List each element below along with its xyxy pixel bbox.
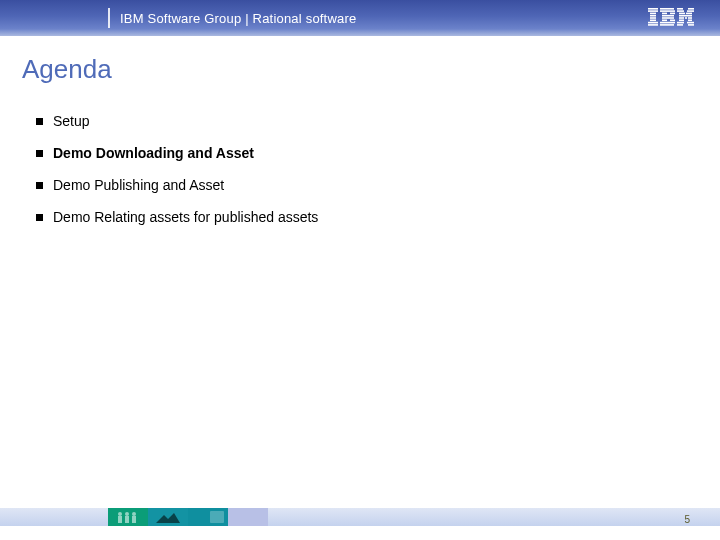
svg-rect-21 bbox=[687, 10, 694, 12]
svg-rect-30 bbox=[677, 22, 684, 24]
svg-rect-4 bbox=[650, 17, 656, 19]
svg-rect-29 bbox=[688, 20, 692, 22]
strip-tile bbox=[228, 508, 268, 526]
svg-rect-32 bbox=[677, 24, 683, 26]
slide: IBM Software Group | Rational software bbox=[0, 0, 720, 540]
svg-rect-33 bbox=[688, 24, 694, 26]
list-item-label: Demo Publishing and Asset bbox=[53, 177, 224, 193]
svg-rect-20 bbox=[677, 10, 684, 12]
hikers-icon bbox=[154, 510, 182, 524]
footer: 5 bbox=[0, 506, 720, 540]
svg-rect-31 bbox=[687, 22, 694, 24]
svg-rect-9 bbox=[660, 10, 675, 12]
slide-title: Agenda bbox=[22, 54, 694, 85]
svg-rect-6 bbox=[648, 22, 658, 24]
svg-rect-8 bbox=[660, 8, 674, 10]
header-title: IBM Software Group | Rational software bbox=[120, 11, 356, 26]
bullet-icon bbox=[36, 118, 43, 125]
people-icon bbox=[114, 510, 142, 524]
bullet-icon bbox=[36, 214, 43, 221]
list-item-label: Setup bbox=[53, 113, 90, 129]
agenda-list: Setup Demo Downloading and Asset Demo Pu… bbox=[36, 113, 694, 225]
list-item-label: Demo Relating assets for published asset… bbox=[53, 209, 318, 225]
strip-spacer bbox=[0, 508, 108, 526]
svg-rect-27 bbox=[688, 17, 692, 19]
bullet-icon bbox=[36, 182, 43, 189]
svg-rect-10 bbox=[662, 13, 667, 15]
svg-rect-11 bbox=[670, 13, 675, 15]
page-number: 5 bbox=[684, 514, 690, 525]
svg-rect-16 bbox=[660, 22, 675, 24]
svg-point-38 bbox=[132, 512, 136, 516]
svg-rect-28 bbox=[679, 20, 684, 22]
svg-rect-12 bbox=[662, 15, 674, 17]
svg-rect-25 bbox=[679, 17, 684, 19]
svg-rect-1 bbox=[648, 10, 658, 12]
svg-rect-39 bbox=[132, 516, 136, 523]
svg-rect-0 bbox=[648, 8, 658, 10]
svg-marker-40 bbox=[156, 513, 180, 523]
header-bar: IBM Software Group | Rational software bbox=[0, 0, 720, 36]
svg-point-34 bbox=[118, 512, 122, 516]
ibm-logo-icon bbox=[648, 8, 694, 26]
list-item: Demo Downloading and Asset bbox=[36, 145, 694, 161]
svg-rect-14 bbox=[662, 20, 667, 22]
svg-rect-22 bbox=[679, 13, 685, 15]
strip-tile bbox=[108, 508, 148, 526]
svg-rect-13 bbox=[662, 17, 674, 19]
slide-body: Agenda Setup Demo Downloading and Asset … bbox=[0, 36, 720, 506]
strip-tile bbox=[148, 508, 188, 526]
svg-rect-7 bbox=[648, 24, 658, 26]
svg-rect-19 bbox=[688, 8, 694, 10]
svg-rect-5 bbox=[650, 20, 656, 22]
svg-rect-35 bbox=[118, 516, 122, 523]
footer-strip bbox=[0, 508, 720, 526]
bullet-icon bbox=[36, 150, 43, 157]
list-item: Setup bbox=[36, 113, 694, 129]
svg-rect-23 bbox=[686, 13, 692, 15]
svg-rect-26 bbox=[685, 17, 687, 19]
strip-spacer bbox=[268, 508, 720, 526]
list-item: Demo Relating assets for published asset… bbox=[36, 209, 694, 225]
svg-rect-18 bbox=[677, 8, 683, 10]
strip-tile bbox=[188, 508, 228, 526]
svg-rect-37 bbox=[125, 516, 129, 523]
svg-rect-3 bbox=[650, 15, 656, 17]
svg-point-36 bbox=[125, 512, 129, 516]
svg-rect-17 bbox=[660, 24, 674, 26]
list-item-label: Demo Downloading and Asset bbox=[53, 145, 254, 161]
list-item: Demo Publishing and Asset bbox=[36, 177, 694, 193]
svg-rect-24 bbox=[679, 15, 692, 17]
svg-rect-15 bbox=[670, 20, 675, 22]
svg-rect-2 bbox=[650, 13, 656, 15]
header-divider bbox=[108, 8, 110, 28]
